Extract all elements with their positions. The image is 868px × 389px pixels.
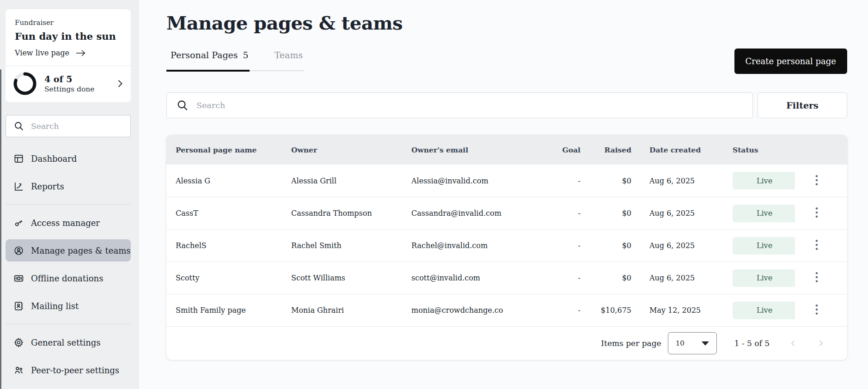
kebab-menu-button[interactable] — [811, 301, 823, 319]
personal-pages-table: Personal page name Owner Owner's email G… — [166, 135, 847, 360]
kebab-menu-button[interactable] — [811, 172, 823, 190]
column-header-raised: Raised — [582, 146, 633, 154]
cell-status: Live — [726, 237, 795, 255]
sidebar-divider — [6, 324, 131, 324]
key-icon — [13, 218, 24, 228]
status-badge: Live — [733, 237, 795, 255]
kebab-menu-button[interactable] — [811, 269, 823, 287]
status-badge: Live — [733, 269, 795, 287]
cell-page-name: Smith Family page — [176, 306, 291, 315]
cell-page-name: CassT — [176, 209, 291, 218]
cell-status: Live — [726, 302, 795, 319]
table-header-row: Personal page name Owner Owner's email G… — [166, 135, 847, 164]
dashboard-icon — [13, 153, 24, 164]
cell-date-created: Aug 6, 2025 — [633, 274, 726, 282]
caret-down-icon — [702, 341, 709, 346]
next-page-button[interactable] — [817, 339, 825, 347]
sidebar-search-placeholder: Search — [31, 122, 59, 131]
sidebar-item-reports[interactable]: Reports — [6, 175, 131, 197]
view-live-page-link[interactable]: View live page — [15, 49, 86, 57]
sidebar-item-peer-to-peer-settings[interactable]: Peer-to-peer settings — [6, 359, 131, 381]
table-row[interactable]: CassT Cassandra Thompson Cassandra@inval… — [166, 197, 847, 229]
sidebar-item-label: Offline donations — [31, 274, 103, 283]
kebab-menu-button[interactable] — [811, 237, 823, 255]
cell-raised: $0 — [582, 176, 633, 185]
cell-goal: - — [541, 241, 582, 250]
sidebar-item-manage-pages-teams[interactable]: Manage pages & teams — [6, 239, 131, 261]
table-row[interactable]: Smith Family page Monia Ghrairi monia@cr… — [166, 294, 847, 326]
address-book-icon — [13, 301, 24, 311]
view-live-page-label: View live page — [15, 49, 69, 57]
column-header-date-created: Date created — [633, 146, 726, 154]
cell-owner-email: Cassandra@invalid.com — [411, 209, 541, 218]
sidebar-item-label: Access manager — [31, 218, 100, 228]
status-badge: Live — [733, 302, 795, 319]
sidebar: Fundraiser Fun day in the sun View live … — [0, 0, 139, 389]
search-icon — [13, 121, 24, 132]
filters-button[interactable]: Filters — [758, 92, 847, 118]
sidebar-item-mailing-list[interactable]: Mailing list — [6, 295, 131, 317]
sidebar-item-access-manager[interactable]: Access manager — [6, 212, 131, 234]
fundraiser-label: Fundraiser — [15, 18, 122, 27]
cell-owner: Cassandra Thompson — [291, 209, 411, 218]
progress-ring — [13, 72, 37, 96]
column-header-goal: Goal — [541, 146, 582, 154]
cell-owner: Alessia Grill — [291, 176, 411, 185]
sidebar-item-dashboard[interactable]: Dashboard — [6, 147, 131, 170]
table-row[interactable]: Scotty Scott Williams scott@invalid.com … — [166, 261, 847, 294]
table-row[interactable]: RachelS Rachel Smith Rachel@invalid.com … — [166, 229, 847, 261]
column-header-status: Status — [726, 146, 795, 154]
previous-page-button[interactable] — [789, 339, 797, 347]
sidebar-search-input[interactable]: Search — [6, 115, 131, 137]
sidebar-item-offline-donations[interactable]: Offline donations — [6, 267, 131, 289]
sidebar-item-label: General settings — [31, 338, 101, 347]
cell-owner: Rachel Smith — [291, 241, 411, 250]
kebab-icon — [815, 304, 818, 315]
status-badge: Live — [733, 172, 795, 189]
cell-goal: - — [541, 176, 582, 185]
tabs: Personal Pages 5 Teams — [166, 49, 304, 71]
items-per-page-value: 10 — [676, 339, 685, 347]
table-footer: Items per page 10 1 - 5 of 5 — [166, 326, 847, 360]
items-per-page-select[interactable]: 10 — [668, 332, 717, 354]
settings-progress-value: 4 of 5 — [44, 74, 110, 84]
cell-page-name: Alessia G — [176, 176, 291, 185]
table-search-input[interactable]: Search — [166, 92, 753, 118]
create-personal-page-button[interactable]: Create personal page — [734, 49, 847, 74]
table-search-placeholder: Search — [196, 101, 225, 110]
sidebar-item-label: Peer-to-peer settings — [31, 365, 119, 375]
sidebar-item-label: Dashboard — [31, 154, 77, 164]
tab-label: Personal Pages — [171, 50, 238, 60]
fundraiser-name: Fun day in the sun — [15, 30, 122, 42]
tab-personal-pages[interactable]: Personal Pages 5 — [166, 49, 250, 70]
kebab-icon — [815, 272, 818, 283]
cell-goal: - — [541, 209, 582, 218]
table-row[interactable]: Alessia G Alessia Grill Alessia@invalid.… — [166, 164, 847, 197]
cell-page-name: Scotty — [176, 274, 291, 282]
cell-goal: - — [541, 306, 582, 315]
cell-date-created: Aug 6, 2025 — [633, 209, 726, 218]
cell-status: Live — [726, 269, 795, 287]
cell-owner: Scott Williams — [291, 274, 411, 282]
column-header-page-name: Personal page name — [176, 146, 291, 154]
cell-date-created: May 12, 2025 — [633, 306, 726, 315]
sidebar-item-label: Reports — [31, 182, 64, 191]
chevron-right-icon — [117, 79, 123, 88]
sidebar-item-general-settings[interactable]: General settings — [6, 331, 131, 353]
settings-progress-card[interactable]: 4 of 5 Settings done — [6, 66, 131, 102]
cell-owner-email: Alessia@invalid.com — [411, 176, 541, 185]
kebab-menu-button[interactable] — [811, 204, 823, 222]
column-header-email: Owner's email — [411, 146, 541, 154]
cell-raised: $10,675 — [582, 306, 633, 315]
sidebar-scrollbar[interactable] — [0, 69, 1, 389]
status-badge: Live — [733, 205, 795, 222]
person-circle-icon — [13, 245, 24, 256]
tab-label: Teams — [275, 50, 303, 60]
tab-teams[interactable]: Teams — [270, 49, 304, 70]
reports-icon — [13, 181, 24, 192]
cell-owner: Monia Ghrairi — [291, 306, 411, 315]
arrow-right-icon — [76, 49, 86, 57]
settings-progress-subtitle: Settings done — [44, 85, 110, 93]
cell-raised: $0 — [582, 274, 633, 282]
search-icon — [176, 99, 189, 112]
